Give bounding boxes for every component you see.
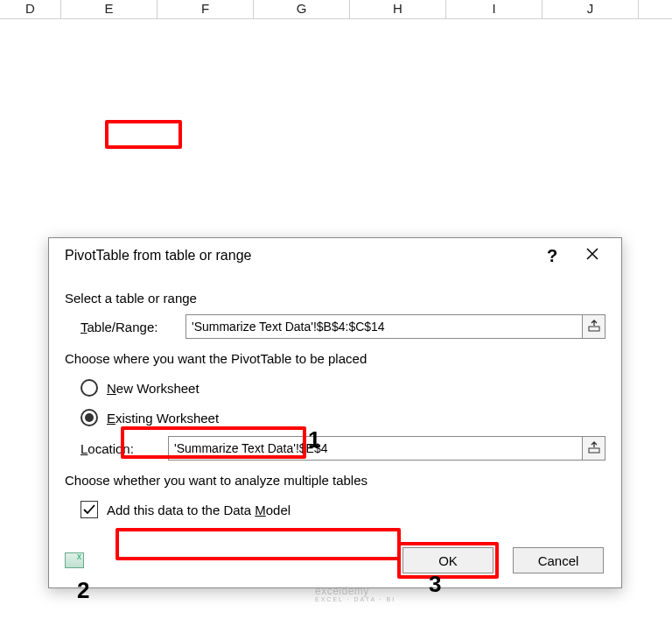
dialog-title: PivotTable from table or range bbox=[65, 248, 532, 264]
dialog-body: Select a table or range Table/Range: Cho… bbox=[49, 273, 621, 587]
col-header-h[interactable]: H bbox=[350, 0, 446, 18]
add-data-model-label: Add this data to the Data Model bbox=[107, 503, 290, 517]
callout-3: 3 bbox=[429, 571, 441, 598]
cancel-button[interactable]: Cancel bbox=[513, 547, 604, 573]
new-worksheet-label: New Worksheet bbox=[107, 381, 200, 396]
location-input[interactable] bbox=[168, 436, 583, 461]
excel-icon bbox=[65, 552, 84, 568]
table-range-row: Table/Range: bbox=[65, 314, 606, 339]
ok-button[interactable]: OK bbox=[402, 547, 494, 573]
col-header-e[interactable]: E bbox=[61, 0, 158, 18]
collapse-dialog-icon bbox=[588, 320, 600, 334]
watermark-text: exceldemy bbox=[315, 585, 369, 597]
col-header-f[interactable]: F bbox=[158, 0, 254, 18]
checkbox-add-data-model[interactable] bbox=[80, 501, 98, 518]
section-analyze: Choose whether you want to analyze multi… bbox=[65, 473, 606, 488]
watermark-subtext: EXCEL · DATA · BI bbox=[315, 596, 396, 602]
checkmark-icon bbox=[82, 503, 96, 517]
add-data-model-option[interactable]: Add this data to the Data Model bbox=[80, 496, 606, 523]
location-label: Location: bbox=[80, 441, 168, 456]
callout-2: 2 bbox=[77, 577, 89, 604]
section-select-range: Select a table or range bbox=[65, 291, 606, 306]
table-range-input[interactable] bbox=[186, 314, 583, 339]
column-header-row: D E F G H I J bbox=[0, 0, 672, 19]
dialog-button-row: OK Cancel bbox=[65, 542, 606, 579]
radio-new-worksheet[interactable] bbox=[80, 379, 98, 397]
help-button[interactable]: ? bbox=[532, 240, 572, 271]
dialog-titlebar: PivotTable from table or range ? bbox=[49, 238, 621, 273]
existing-worksheet-option[interactable]: Existing Worksheet bbox=[80, 404, 606, 431]
location-range-picker-button[interactable] bbox=[583, 436, 606, 461]
callout-1: 1 bbox=[308, 426, 320, 454]
range-picker-button[interactable] bbox=[583, 314, 606, 339]
radio-existing-worksheet[interactable] bbox=[80, 409, 98, 426]
col-header-j[interactable]: J bbox=[542, 0, 639, 18]
collapse-dialog-icon bbox=[588, 441, 600, 456]
worksheet-area[interactable] bbox=[0, 19, 672, 238]
close-button[interactable] bbox=[572, 240, 612, 271]
col-header-i[interactable]: I bbox=[446, 0, 542, 18]
col-header-d[interactable]: D bbox=[0, 0, 61, 18]
pivottable-dialog: PivotTable from table or range ? Select … bbox=[48, 237, 622, 588]
ok-highlight: OK bbox=[397, 542, 499, 579]
close-icon bbox=[585, 247, 599, 265]
svg-rect-1 bbox=[589, 448, 599, 453]
location-row: Location: bbox=[65, 436, 606, 461]
table-range-label: Table/Range: bbox=[80, 320, 186, 334]
svg-rect-0 bbox=[589, 327, 599, 331]
col-header-g[interactable]: G bbox=[254, 0, 350, 18]
section-placement: Choose where you want the PivotTable to … bbox=[65, 351, 606, 366]
highlight-cell-e4 bbox=[105, 120, 182, 149]
watermark: exceldemy EXCEL · DATA · BI bbox=[315, 585, 396, 602]
new-worksheet-option[interactable]: New Worksheet bbox=[80, 375, 606, 401]
existing-worksheet-label: Existing Worksheet bbox=[107, 411, 219, 426]
